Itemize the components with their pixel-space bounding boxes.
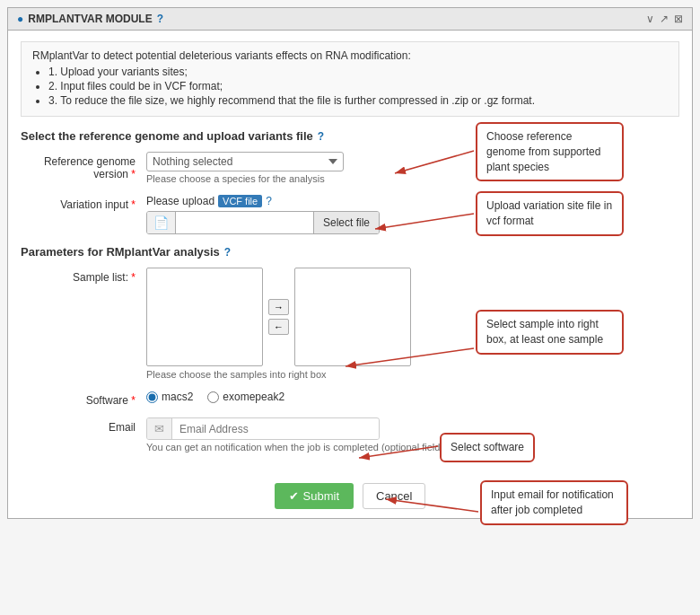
software-exomepeak2-option[interactable]: exomepeak2 <box>207 391 284 403</box>
section2-title: Parameters for RMplantVar analysis ? <box>21 245 679 259</box>
software-row: Software * macs2 exomepeak2 <box>21 391 679 407</box>
header-controls: ∨ ↗ ⊠ <box>646 13 683 25</box>
email-label: Email <box>21 417 146 434</box>
vcf-help-icon[interactable]: ? <box>266 195 272 207</box>
module-body: RMplantVar to detect potential deleterio… <box>8 31 692 474</box>
module-title-icon: ● <box>17 13 23 25</box>
move-left-button[interactable]: ← <box>268 319 289 335</box>
email-row: Email ✉ You can get an notification when… <box>21 417 679 452</box>
software-control: macs2 exomepeak2 <box>146 391 679 403</box>
software-macs2-option[interactable]: macs2 <box>146 391 193 403</box>
email-input[interactable] <box>172 419 379 439</box>
module-title: ● RMPLANTVAR MODULE ? <box>17 13 163 25</box>
vcf-type-badge: VCF file <box>218 195 262 207</box>
software-exomepeak2-label: exomepeak2 <box>223 391 284 403</box>
module-help-icon[interactable]: ? <box>157 13 163 25</box>
info-point-1: 1. Upload your variants sites; <box>48 66 668 78</box>
submit-icon: ✔ <box>289 489 299 503</box>
submit-button[interactable]: ✔ Submit <box>275 483 354 509</box>
expand-icon[interactable]: ↗ <box>660 13 669 25</box>
variation-input-label: Variation input * <box>21 195 146 211</box>
arrow-buttons: → ← <box>267 297 291 337</box>
callout-vcf: Upload variation site file in vcf format <box>476 191 624 236</box>
vcf-upload-row: 📄 Select file <box>146 211 380 234</box>
required-star3: * <box>131 271 136 284</box>
sample-list-left[interactable] <box>146 268 263 366</box>
software-label: Software * <box>21 391 146 407</box>
info-box: RMplantVar to detect potential deleterio… <box>21 41 679 117</box>
required-star: * <box>131 168 136 180</box>
sample-list-right[interactable] <box>294 268 411 366</box>
module-title-text: RMPLANTVAR MODULE <box>28 13 152 25</box>
software-exomepeak2-radio[interactable] <box>207 391 219 403</box>
cancel-button[interactable]: Cancel <box>363 483 425 509</box>
email-input-wrap: ✉ <box>146 417 380 440</box>
required-star2: * <box>131 198 136 211</box>
software-macs2-label: macs2 <box>162 391 193 403</box>
submit-label: Submit <box>303 489 339 503</box>
reference-genome-label: Reference genome version * <box>21 152 146 180</box>
file-icon: 📄 <box>147 212 176 233</box>
callout-genome: Choose reference genome from supported p… <box>476 122 624 181</box>
vcf-filename <box>176 219 313 226</box>
module-container: ● RMPLANTVAR MODULE ? ∨ ↗ ⊠ RMplantVar t… <box>7 7 693 519</box>
info-point-2: 2. Input files could be in VCF format; <box>48 80 668 92</box>
section2-help-icon[interactable]: ? <box>224 246 231 259</box>
email-control: ✉ You can get an notification when the j… <box>146 417 679 452</box>
sample-list-label: Sample list: * <box>21 268 146 284</box>
callout-software: Select software <box>440 433 535 462</box>
sample-hint: Please choose the samples into right box <box>146 369 679 380</box>
reference-genome-select[interactable]: Nothing selected Arabidopsis thaliana Or… <box>146 152 344 171</box>
info-intro: RMplantVar to detect potential deleterio… <box>32 49 668 62</box>
software-macs2-radio[interactable] <box>146 391 158 403</box>
collapse-icon[interactable]: ∨ <box>646 13 654 25</box>
callout-sample: Select sample into right box, at least o… <box>476 310 624 355</box>
move-right-button[interactable]: → <box>268 299 289 315</box>
info-list: 1. Upload your variants sites; 2. Input … <box>48 66 668 107</box>
required-star4: * <box>131 394 136 407</box>
software-options: macs2 exomepeak2 <box>146 391 679 403</box>
callout-email: Input email for notification after job c… <box>480 480 628 525</box>
info-point-3: 3. To reduce the file size, we highly re… <box>48 94 668 107</box>
email-hint: You can get an notification when the job… <box>146 442 679 452</box>
module-header: ● RMPLANTVAR MODULE ? ∨ ↗ ⊠ <box>8 8 692 31</box>
section1-help-icon[interactable]: ? <box>318 130 324 143</box>
select-file-button[interactable]: Select file <box>313 212 379 233</box>
close-icon[interactable]: ⊠ <box>674 13 683 25</box>
email-icon: ✉ <box>147 418 172 439</box>
